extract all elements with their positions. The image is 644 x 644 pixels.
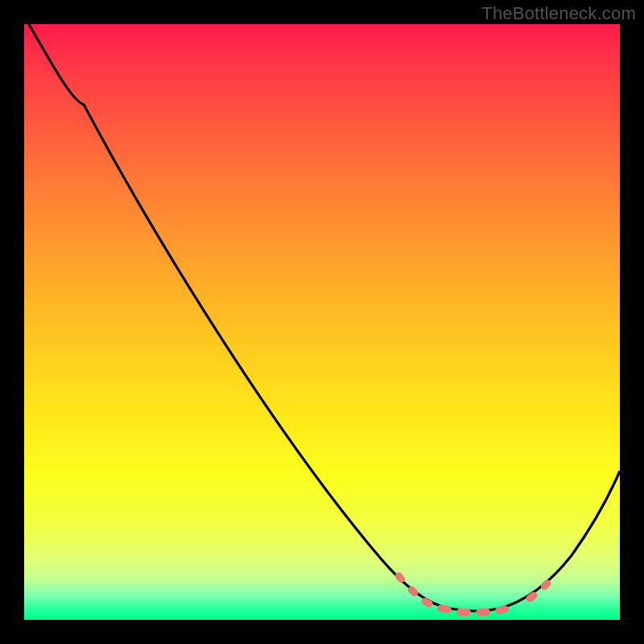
- chart-container: TheBottleneck.com: [0, 0, 644, 644]
- marker-dash: [476, 609, 490, 617]
- marker-dash: [456, 609, 471, 617]
- curve-path: [27, 20, 620, 611]
- plot-area: [24, 24, 620, 620]
- watermark-text: TheBottleneck.com: [481, 3, 636, 24]
- bottleneck-curve: [24, 24, 620, 620]
